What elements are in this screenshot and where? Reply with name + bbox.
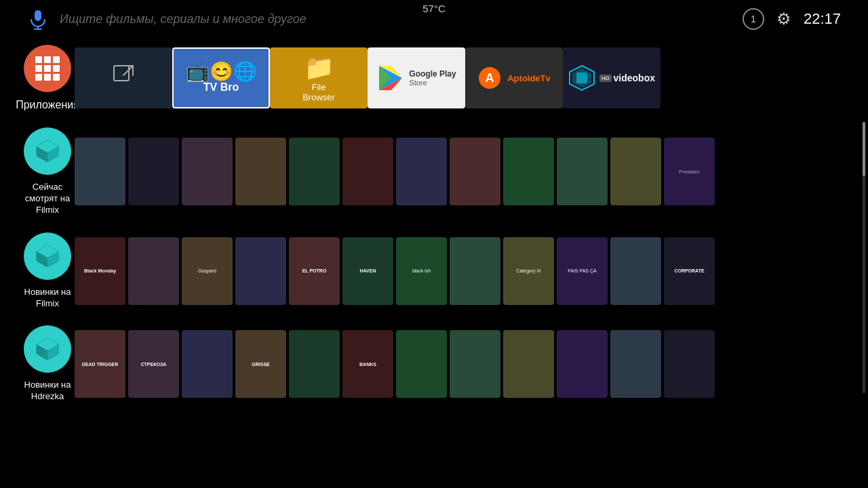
list-item[interactable]: DEAD TRIGGER [75, 330, 125, 398]
svg-rect-3 [114, 66, 129, 81]
header-right: 1 ⚙ 22:17 [743, 8, 841, 30]
aptoide-content: A AptoideTv [477, 66, 551, 90]
list-item[interactable] [128, 237, 179, 305]
list-item[interactable]: Category III [503, 237, 554, 305]
list-item[interactable]: Predator [664, 138, 715, 205]
list-item[interactable] [610, 138, 661, 205]
movie-poster [128, 237, 179, 305]
list-item[interactable]: EL POTRO [289, 237, 340, 305]
aptoide-label: AptoideTv [507, 73, 551, 83]
list-item[interactable]: Gaspard [182, 237, 233, 305]
tvbro-content: 📺😊🌐 TV Bro [186, 62, 257, 94]
search-input[interactable]: Ищите фильмы, сериалы и многое другое [60, 12, 732, 26]
list-item[interactable] [557, 138, 608, 205]
list-item[interactable] [182, 330, 233, 398]
movie-poster [75, 138, 125, 205]
gplay-content: Google Play Store [376, 64, 456, 92]
folder-icon: 📁 [304, 54, 334, 82]
movie-poster [503, 330, 554, 398]
settings-icon[interactable]: ⚙ [776, 9, 791, 28]
movie-poster [610, 330, 661, 398]
apps-section-icon[interactable]: Приложения [20, 45, 75, 111]
list-item[interactable]: HAVEN [342, 237, 393, 305]
movie-poster [610, 138, 661, 205]
list-item[interactable] [450, 330, 500, 398]
hdrezka-icon-circle [24, 325, 71, 373]
filmix1-label: Сейчас смотрят наFilmix [20, 182, 75, 216]
movie-poster: Category III [503, 237, 554, 305]
gplay-sublabel: Store [409, 79, 427, 87]
notification-badge[interactable]: 1 [743, 8, 764, 30]
list-item[interactable] [557, 330, 608, 398]
videobox-icon [568, 64, 595, 92]
filebrowser-content: 📁 FileBrowser [302, 54, 335, 102]
filmix2-cube-icon [34, 243, 61, 270]
list-item[interactable] [503, 138, 554, 205]
svg-rect-13 [576, 73, 587, 83]
mic-icon[interactable] [27, 8, 49, 30]
filmix2-label: Новинки на Filmix [20, 287, 75, 310]
filmix2-icon-wrap: Новинки на Filmix [20, 232, 75, 310]
list-item[interactable] [396, 138, 447, 205]
list-item[interactable] [289, 138, 340, 205]
app-tile-aptoide[interactable]: A AptoideTv [465, 47, 563, 108]
filmix1-section: Сейчас смотрят наFilmix Predator [20, 127, 868, 216]
list-item[interactable] [503, 330, 554, 398]
movie-poster: BANKS [342, 330, 393, 398]
filmix1-cube-icon [34, 138, 61, 165]
list-item[interactable] [610, 330, 661, 398]
list-item[interactable] [128, 138, 179, 205]
movie-poster [182, 138, 233, 205]
movie-poster: CORPORATE [664, 237, 715, 305]
app-tile-googleplay[interactable]: Google Play Store [368, 47, 465, 108]
list-item[interactable]: GRISSE [235, 330, 286, 398]
tvbro-label: TV Bro [203, 81, 239, 94]
list-item[interactable] [342, 138, 393, 205]
movie-poster [503, 138, 554, 205]
movie-poster: Gaspard [182, 237, 233, 305]
list-item[interactable]: BANKS [342, 330, 393, 398]
videobox-label: videobox [614, 73, 655, 83]
app-tile-external[interactable] [75, 47, 172, 108]
list-item[interactable] [450, 138, 500, 205]
movie-poster [396, 330, 447, 398]
list-item[interactable] [610, 237, 661, 305]
movie-poster [235, 237, 286, 305]
filmix1-icon-circle [24, 127, 71, 175]
list-item[interactable]: black·ish [396, 237, 447, 305]
movie-poster [396, 138, 447, 205]
list-item[interactable] [182, 138, 233, 205]
list-item[interactable] [396, 330, 447, 398]
filmix1-icon-wrap: Сейчас смотрят наFilmix [20, 127, 75, 216]
app-tile-tvbro[interactable]: 📺😊🌐 TV Bro [172, 47, 270, 108]
movie-poster [450, 237, 500, 305]
apps-circle[interactable] [24, 45, 71, 92]
list-item[interactable]: CORPORATE [664, 237, 715, 305]
movie-poster [182, 330, 233, 398]
list-item[interactable] [664, 330, 715, 398]
list-item[interactable]: Black Monday [75, 237, 125, 305]
aptoide-icon: A [477, 66, 502, 90]
movie-poster [557, 138, 608, 205]
svg-rect-0 [35, 10, 41, 21]
list-item[interactable]: СТРЕКОЗА [128, 330, 179, 398]
list-item[interactable] [450, 237, 500, 305]
scrollbar[interactable] [863, 122, 865, 393]
list-item[interactable] [235, 138, 286, 205]
movie-poster: black·ish [396, 237, 447, 305]
grid-icon [35, 56, 60, 81]
clock-display: 22:17 [804, 10, 841, 28]
list-item[interactable]: FAIS PAS ÇA [557, 237, 608, 305]
list-item[interactable] [289, 330, 340, 398]
movie-poster [289, 138, 340, 205]
tvbro-emoji: 📺😊🌐 [186, 62, 257, 81]
list-item[interactable] [235, 237, 286, 305]
app-tile-filebrowser[interactable]: 📁 FileBrowser [270, 47, 368, 108]
movie-poster [450, 330, 500, 398]
list-item[interactable] [75, 138, 125, 205]
movie-poster [342, 138, 393, 205]
apps-row: 📺😊🌐 TV Bro 📁 FileBrowser [75, 47, 868, 108]
svg-text:A: A [486, 71, 494, 85]
app-tile-videobox[interactable]: HD videobox [563, 47, 660, 108]
movie-poster: EL POTRO [289, 237, 340, 305]
